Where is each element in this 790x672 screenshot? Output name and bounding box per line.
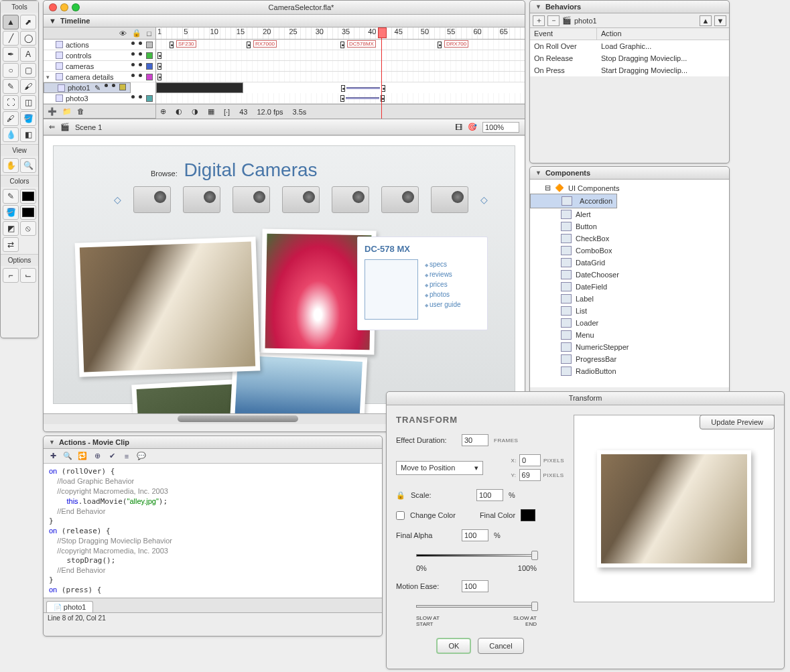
- subselection-tool-icon[interactable]: ⬈: [20, 15, 36, 29]
- remove-behavior-icon[interactable]: －: [547, 15, 559, 26]
- camera-thumb[interactable]: [183, 186, 220, 213]
- frame-track[interactable]: [156, 50, 525, 61]
- frame-track[interactable]: [156, 61, 525, 72]
- component-item[interactable]: List: [530, 305, 729, 317]
- pencil-tool-icon[interactable]: ✎: [3, 79, 19, 94]
- layer-row[interactable]: cameras: [44, 61, 155, 72]
- eyedropper-icon[interactable]: 💧: [3, 127, 19, 142]
- collapse-icon[interactable]: ▼: [535, 170, 541, 176]
- behavior-row[interactable]: On PressStart Dragging Movieclip...: [530, 64, 729, 76]
- edit-scene-icon[interactable]: 🎞: [455, 123, 462, 131]
- hand-tool-icon[interactable]: ✋: [3, 158, 19, 173]
- oval-tool-icon[interactable]: ○: [3, 63, 19, 78]
- edit-symbol-icon[interactable]: 🎯: [468, 123, 477, 131]
- modify-markers-icon[interactable]: [·]: [224, 108, 230, 116]
- camera-thumb[interactable]: [282, 186, 320, 213]
- y-field[interactable]: [519, 469, 541, 481]
- frame-track[interactable]: [156, 72, 525, 82]
- lock-icon[interactable]: 🔒: [132, 29, 141, 38]
- close-window-icon[interactable]: [49, 3, 57, 11]
- layer-row[interactable]: ▾camera details: [44, 72, 155, 82]
- x-field[interactable]: [519, 454, 541, 466]
- component-item[interactable]: Alert: [530, 208, 729, 220]
- camera-thumb[interactable]: [133, 186, 171, 213]
- component-item[interactable]: Menu: [530, 329, 729, 341]
- prev-arrow-icon[interactable]: ◇: [114, 194, 121, 205]
- add-behavior-icon[interactable]: ＋: [533, 15, 545, 26]
- alpha-slider[interactable]: [416, 549, 537, 561]
- frame-ruler[interactable]: 15101520253035404550556065: [156, 27, 525, 40]
- line-tool-icon[interactable]: ╱: [3, 31, 19, 46]
- no-color-icon[interactable]: ⦸: [20, 221, 36, 236]
- stroke-color-icon[interactable]: ✎: [3, 189, 19, 204]
- component-item[interactable]: Loader: [530, 317, 729, 329]
- code-hint-icon[interactable]: 💬: [136, 451, 147, 462]
- camera-thumb[interactable]: [233, 186, 270, 213]
- layer-row[interactable]: photo3: [44, 93, 155, 104]
- component-item[interactable]: Button: [530, 220, 729, 232]
- zoom-field[interactable]: [482, 122, 519, 133]
- add-guide-icon[interactable]: 📁: [62, 107, 72, 116]
- check-syntax-icon[interactable]: ✔: [107, 451, 117, 462]
- brush-tool-icon[interactable]: 🖌: [20, 79, 36, 94]
- scene-name[interactable]: Scene 1: [75, 123, 102, 131]
- lasso-tool-icon[interactable]: ◯: [20, 31, 36, 46]
- camera-thumb[interactable]: [332, 186, 369, 213]
- component-item[interactable]: DataGrid: [530, 257, 729, 269]
- zoom-tool-icon[interactable]: 🔍: [20, 158, 36, 173]
- scale-field[interactable]: [476, 489, 503, 501]
- duration-field[interactable]: [462, 434, 488, 446]
- behavior-row[interactable]: On Roll OverLoad Graphic...: [530, 40, 729, 52]
- final-alpha-field[interactable]: [462, 529, 488, 541]
- camera-thumb[interactable]: [381, 186, 419, 213]
- selection-tool-icon[interactable]: ▲: [3, 15, 19, 29]
- component-item[interactable]: DateChooser: [530, 269, 729, 281]
- change-color-checkbox[interactable]: [396, 511, 405, 520]
- text-tool-icon[interactable]: A: [20, 47, 36, 62]
- frame-track[interactable]: [156, 82, 243, 93]
- minimize-window-icon[interactable]: [60, 3, 68, 11]
- tree-folder[interactable]: ⊟🔶UI Components: [530, 182, 729, 194]
- dialog-titlebar[interactable]: Transform: [387, 392, 784, 405]
- playhead[interactable]: [381, 27, 382, 119]
- frame-track[interactable]: SF230RX7000DC578MXDRX700: [156, 40, 525, 50]
- delete-layer-icon[interactable]: 🗑: [77, 107, 84, 115]
- swap-colors-icon[interactable]: ⇄: [3, 237, 19, 252]
- find-icon[interactable]: 🔍: [62, 451, 73, 462]
- update-preview-button[interactable]: Update Preview: [700, 415, 775, 429]
- back-icon[interactable]: ⇐: [49, 123, 55, 131]
- layer-row[interactable]: photo1✎: [44, 82, 131, 93]
- fill-transform-icon[interactable]: ◫: [20, 95, 36, 110]
- ease-slider[interactable]: [416, 600, 537, 612]
- fill-swatch[interactable]: [20, 205, 36, 220]
- code-editor[interactable]: on (rollOver) { //load Graphic Behavior …: [44, 464, 382, 598]
- component-item[interactable]: ComboBox: [530, 245, 729, 257]
- collapse-icon[interactable]: ▼: [49, 439, 55, 446]
- move-down-icon[interactable]: ▼: [714, 15, 726, 26]
- effect-select[interactable]: Move to Position▾: [396, 461, 483, 475]
- layer-row[interactable]: actions: [44, 40, 155, 50]
- snap-option-icon[interactable]: ⌐: [3, 268, 19, 283]
- lock-scale-icon[interactable]: 🔒: [396, 491, 405, 500]
- stroke-swatch[interactable]: [20, 189, 36, 204]
- ease-field[interactable]: [462, 580, 488, 592]
- default-colors-icon[interactable]: ◩: [3, 221, 19, 236]
- add-layer-icon[interactable]: ➕: [48, 107, 57, 116]
- add-script-icon[interactable]: ✚: [48, 451, 58, 462]
- replace-icon[interactable]: 🔁: [77, 451, 88, 462]
- component-item[interactable]: CheckBox: [530, 232, 729, 245]
- zoom-window-icon[interactable]: [72, 3, 80, 11]
- component-item[interactable]: ProgressBar: [530, 353, 729, 365]
- collapse-icon[interactable]: ▼: [49, 17, 56, 25]
- center-frame-icon[interactable]: ⊕: [160, 107, 166, 116]
- eye-icon[interactable]: 👁: [119, 29, 127, 38]
- cancel-button[interactable]: Cancel: [478, 638, 523, 654]
- outline-icon[interactable]: □: [147, 29, 151, 38]
- frames-column[interactable]: 15101520253035404550556065 SF230RX7000DC…: [156, 27, 525, 119]
- component-item[interactable]: Label: [530, 293, 729, 305]
- onion-outline-icon[interactable]: ◑: [192, 107, 198, 116]
- fill-color-icon[interactable]: 🪣: [3, 205, 19, 220]
- move-up-icon[interactable]: ▲: [700, 15, 712, 26]
- component-item[interactable]: DateField: [530, 281, 729, 293]
- target-icon[interactable]: ⊕: [92, 451, 103, 462]
